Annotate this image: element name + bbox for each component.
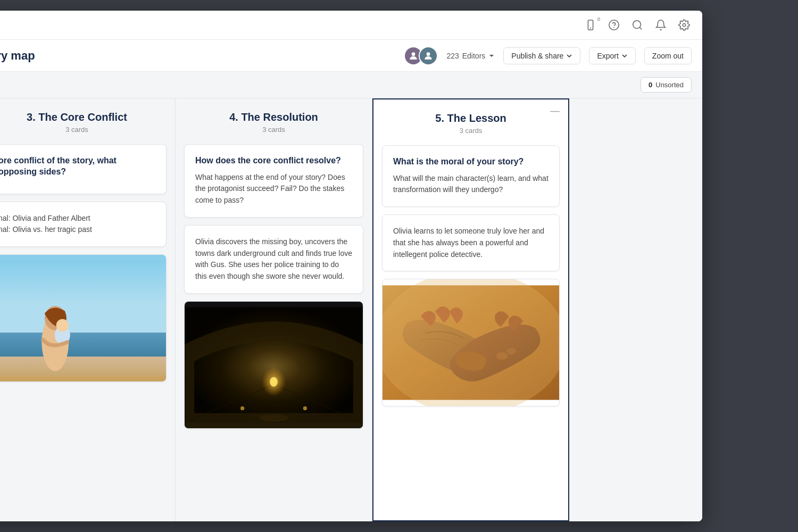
tunnel-image <box>185 302 363 428</box>
column-lesson-title: 5. The Lesson <box>384 112 558 124</box>
column-core-conflict-subtitle: 3 cards <box>0 126 164 134</box>
card-les-1[interactable]: What is the moral of your story? What wi… <box>382 145 560 207</box>
card-les-1-body: What will the main character(s) learn, a… <box>393 173 548 196</box>
avatar-2 <box>419 46 438 65</box>
card-cc-1[interactable]: ore conflict of the story, what opposing… <box>0 144 167 194</box>
column-core-conflict: 3. The Core Conflict 3 cards ore conflic… <box>0 98 176 521</box>
core-conflict-cards: ore conflict of the story, what opposing… <box>0 139 175 387</box>
svg-point-6 <box>683 23 686 27</box>
card-les-2[interactable]: Olivia learns to let someone truly love … <box>382 214 560 271</box>
card-res-1-question: How does the core conflict resolve? <box>195 155 352 167</box>
toolbar: ory map 223 <box>0 40 702 72</box>
column-resolution-subtitle: 3 cards <box>186 126 361 134</box>
mobile-badge: 0 <box>597 16 600 22</box>
unsorted-count: 0 <box>649 81 652 89</box>
card-cc-1-question: ore conflict of the story, what opposing… <box>0 155 155 178</box>
page-title: ory map <box>0 49 395 63</box>
minimize-button[interactable]: — <box>550 106 560 115</box>
resolution-cards: How does the core conflict resolve? What… <box>176 139 372 434</box>
top-bar-icons: 0 <box>583 18 692 32</box>
editor-avatars <box>404 46 438 65</box>
beach-image <box>0 255 166 381</box>
card-les-1-question: What is the moral of your story? <box>393 156 548 168</box>
column-core-conflict-header: 3. The Core Conflict 3 cards <box>0 98 175 139</box>
svg-point-7 <box>412 52 415 56</box>
column-resolution: 4. The Resolution 3 cards How does the c… <box>176 98 372 521</box>
column-lesson-subtitle: 3 cards <box>384 127 558 135</box>
unsorted-label: Unsorted <box>655 81 684 89</box>
editors-count-text: 223 <box>446 52 459 60</box>
publish-chevron-icon <box>566 53 572 59</box>
column-lesson-header: 5. The Lesson 3 cards <box>373 99 568 140</box>
svg-point-8 <box>427 52 430 56</box>
mobile-icon[interactable]: 0 <box>583 18 598 32</box>
svg-point-4 <box>633 21 641 29</box>
card-les-2-body: Olivia learns to let someone truly love … <box>393 226 548 260</box>
hands-image <box>383 279 559 406</box>
svg-rect-10 <box>0 332 166 356</box>
subbar: 0 Unsorted <box>0 72 702 98</box>
svg-line-5 <box>639 27 642 29</box>
export-button[interactable]: Export <box>589 47 635 64</box>
editors-chevron-icon <box>488 53 495 59</box>
svg-point-2 <box>609 20 619 30</box>
svg-point-23 <box>259 414 288 421</box>
editors-text: Editors <box>462 52 486 60</box>
editors-label[interactable]: 223 Editors <box>446 52 495 60</box>
help-icon[interactable] <box>606 18 621 32</box>
card-res-2-body: Olivia discovers the missing boy, uncove… <box>195 236 352 282</box>
top-bar: 0 <box>0 11 702 40</box>
svg-rect-11 <box>0 356 166 376</box>
svg-rect-9 <box>0 260 166 332</box>
publish-share-button[interactable]: Publish & share <box>503 47 580 64</box>
export-chevron-icon <box>621 53 628 59</box>
column-resolution-header: 4. The Resolution 3 cards <box>176 98 372 139</box>
card-res-3[interactable] <box>184 301 363 429</box>
card-res-2[interactable]: Olivia discovers the missing boy, uncove… <box>184 225 363 294</box>
notification-icon[interactable] <box>653 18 668 32</box>
card-res-1[interactable]: How does the core conflict resolve? What… <box>184 144 363 218</box>
card-res-1-body: What happens at the end of your story? D… <box>195 172 352 206</box>
settings-icon[interactable] <box>677 18 692 32</box>
card-cc-2[interactable]: nal: Olivia and Father Albertnal: Olivia… <box>0 202 167 247</box>
card-cc-2-body: nal: Olivia and Father Albertnal: Olivia… <box>0 213 155 236</box>
svg-point-15 <box>56 319 69 332</box>
app-window: 0 <box>0 11 702 521</box>
lesson-cards: What is the moral of your story? What wi… <box>373 140 568 412</box>
main-content: 3. The Core Conflict 3 cards ore conflic… <box>0 98 702 521</box>
column-resolution-title: 4. The Resolution <box>186 111 361 123</box>
publish-share-label: Publish & share <box>511 52 563 60</box>
column-core-conflict-title: 3. The Core Conflict <box>0 111 164 123</box>
column-lesson: — 5. The Lesson 3 cards What is the mora… <box>372 98 569 521</box>
svg-point-27 <box>506 348 516 355</box>
export-label: Export <box>597 52 618 60</box>
svg-point-22 <box>303 406 307 410</box>
search-icon[interactable] <box>630 18 645 32</box>
svg-point-20 <box>270 377 277 386</box>
zoom-out-button[interactable]: Zoom out <box>644 47 692 64</box>
svg-point-21 <box>240 406 244 410</box>
svg-point-26 <box>496 352 508 360</box>
card-les-3[interactable] <box>382 279 560 406</box>
zoom-out-label: Zoom out <box>652 52 684 60</box>
unsorted-badge[interactable]: 0 Unsorted <box>641 77 692 93</box>
card-cc-3[interactable] <box>0 254 167 382</box>
